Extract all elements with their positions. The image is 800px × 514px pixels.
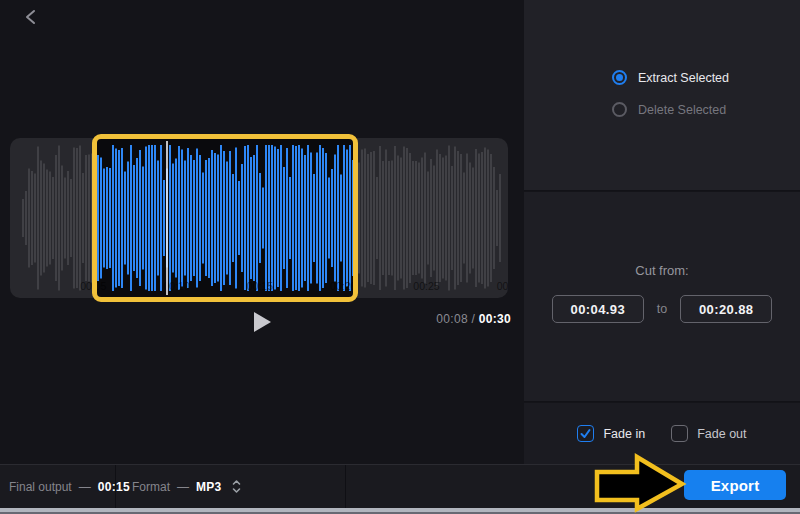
cut-from-title: Cut from:	[524, 263, 800, 278]
bar-divider	[345, 465, 346, 508]
option-delete-selected[interactable]: Delete Selected	[612, 102, 726, 117]
option-extract-selected[interactable]: Extract Selected	[612, 70, 729, 85]
total-time: 00:30	[479, 312, 511, 326]
selection-region[interactable]: 00:0500:1000:1500:2000:2500:30	[92, 134, 358, 302]
stepper-chevrons-icon	[231, 478, 242, 495]
format-stepper[interactable]	[231, 478, 242, 495]
svg-text:00:25: 00:25	[413, 280, 439, 292]
svg-text:00:05: 00:05	[92, 280, 107, 292]
selection-handle-left[interactable]	[92, 211, 97, 226]
format-dash: —	[177, 480, 189, 494]
radio-selected-icon[interactable]	[612, 70, 627, 85]
svg-text:00:30: 00:30	[497, 280, 508, 292]
cut-range-row: to	[524, 295, 800, 323]
playhead[interactable]	[166, 141, 168, 295]
checkbox-unchecked-icon[interactable]	[671, 425, 688, 442]
delete-selected-label: Delete Selected	[638, 103, 726, 117]
time-display: 00:08 / 00:30	[436, 312, 511, 326]
svg-text:00:20: 00:20	[330, 280, 356, 292]
current-time: 00:08	[436, 312, 468, 326]
fade-out-label: Fade out	[697, 427, 746, 441]
fade-in-option[interactable]: Fade in	[577, 425, 645, 442]
format-segment: Format — MP3	[116, 465, 345, 508]
fade-in-label: Fade in	[603, 427, 645, 441]
cut-from-input[interactable]	[552, 295, 644, 323]
fade-section: Fade in Fade out	[524, 403, 800, 464]
svg-text:00:15: 00:15	[247, 280, 273, 292]
extract-selected-label: Extract Selected	[638, 71, 729, 85]
export-button[interactable]: Export	[684, 470, 786, 500]
play-button[interactable]	[248, 308, 276, 336]
checkbox-checked-icon[interactable]	[577, 425, 594, 442]
bottom-bar: Final output — 00:15 Format — MP3	[0, 464, 800, 508]
play-icon	[251, 310, 273, 334]
preview-panel: 00:0500:1000:1500:2000:2500:30 00:0500:1…	[0, 0, 524, 464]
audio-cutter-app: 00:0500:1000:1500:2000:2500:30 00:0500:1…	[0, 0, 800, 514]
scrollbar-thumb[interactable]	[0, 508, 800, 512]
to-label: to	[657, 302, 667, 316]
format-label: Format	[132, 480, 170, 494]
time-separator: /	[472, 312, 476, 326]
final-output-dash: —	[79, 480, 91, 494]
final-output-label: Final output	[9, 480, 72, 494]
format-value[interactable]: MP3	[196, 480, 222, 494]
back-chevron-icon	[24, 9, 38, 25]
checkmark-icon	[579, 427, 592, 440]
radio-unselected-icon[interactable]	[612, 102, 627, 117]
final-output-segment: Final output — 00:15	[0, 465, 115, 508]
settings-panel: Extract Selected Delete Selected Cut fro…	[524, 0, 800, 464]
horizontal-scrollbar[interactable]	[0, 508, 800, 514]
cut-to-input[interactable]	[680, 295, 772, 323]
mode-section: Extract Selected Delete Selected	[524, 0, 800, 191]
selection-handle-right[interactable]	[353, 211, 358, 226]
waveform-selected: 00:0500:1000:1500:2000:2500:30	[92, 138, 358, 298]
back-button[interactable]	[18, 4, 44, 30]
fade-out-option[interactable]: Fade out	[671, 425, 746, 442]
